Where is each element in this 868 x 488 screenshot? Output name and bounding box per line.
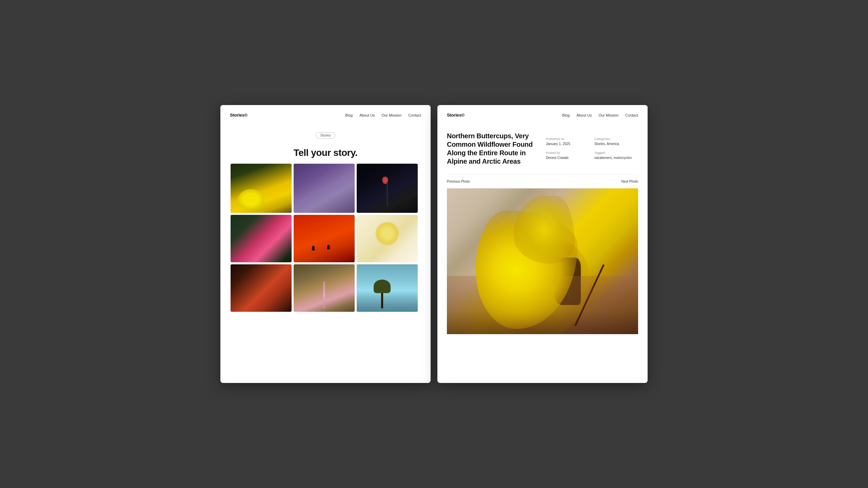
posted-block: Posted by Dennis Cowals — [546, 151, 590, 160]
left-nav: Stories© Blog About Us Our Mission Conta… — [220, 105, 431, 125]
photo-pink-spike — [294, 264, 355, 312]
photo-yellow-daisy — [357, 215, 418, 262]
photo-dark-flower — [357, 164, 418, 213]
right-content: Northern Buttercups, Very Common Wildflo… — [437, 125, 648, 341]
left-content: Stories Tell your story. — [220, 125, 431, 319]
left-nav-about[interactable]: About Us — [359, 113, 375, 117]
tagged-block: Tagged: vacationers, motorcycles — [594, 151, 638, 160]
article-header: Northern Buttercups, Very Common Wildflo… — [447, 132, 638, 166]
article-meta: Published on January 1, 2025 Categories:… — [546, 137, 638, 160]
right-logo[interactable]: Stories© — [447, 113, 465, 118]
hero-image — [447, 188, 638, 334]
photo-yellow-flower — [231, 164, 292, 213]
posted-label: Posted by — [546, 151, 590, 155]
right-nav-blog[interactable]: Blog — [562, 113, 570, 117]
left-nav-mission[interactable]: Our Mission — [381, 113, 401, 117]
photo-pink-flower — [231, 215, 292, 262]
hero-heading: Tell your story. — [230, 147, 421, 158]
photo-purple-flowers — [294, 164, 355, 213]
categories-label: Categories: — [594, 137, 638, 141]
left-nav-blog[interactable]: Blog — [345, 113, 353, 117]
tags-value: vacationers, motorcycles — [594, 156, 638, 160]
left-browser-window: Stories© Blog About Us Our Mission Conta… — [220, 105, 431, 383]
photo-tree-sky — [357, 264, 418, 312]
categories-block: Categories: Stories, America — [594, 137, 638, 146]
right-browser-window: Stories© Blog About Us Our Mission Conta… — [437, 105, 648, 383]
published-block: Published on January 1, 2025 — [546, 137, 590, 146]
right-nav-about[interactable]: About Us — [576, 113, 592, 117]
right-nav-contact[interactable]: Contact — [625, 113, 638, 117]
photo-grid — [231, 164, 420, 312]
next-photo-button[interactable]: Next Photo — [622, 180, 638, 183]
stories-badge: Stories — [316, 132, 335, 139]
right-nav-mission[interactable]: Our Mission — [598, 113, 618, 117]
posted-by: Dennis Cowals — [546, 156, 590, 160]
right-nav: Stories© Blog About Us Our Mission Conta… — [437, 105, 648, 125]
article-title: Northern Buttercups, Very Common Wildflo… — [447, 132, 539, 166]
photo-red-scene — [294, 215, 355, 262]
left-nav-links: Blog About Us Our Mission Contact — [345, 113, 421, 117]
left-logo[interactable]: Stories© — [230, 113, 248, 118]
tagged-label: Tagged: — [594, 151, 638, 155]
prev-photo-button[interactable]: Previous Photo — [447, 180, 470, 183]
published-date: January 1, 2025 — [546, 142, 590, 146]
photo-red-foliage — [231, 264, 292, 312]
categories-value: Stories, America — [594, 142, 638, 146]
published-label: Published on — [546, 137, 590, 141]
hero-photo-display — [447, 188, 638, 334]
right-nav-links: Blog About Us Our Mission Contact — [562, 113, 638, 117]
left-nav-contact[interactable]: Contact — [408, 113, 421, 117]
article-nav: Previous Photo Next Photo — [447, 175, 638, 188]
